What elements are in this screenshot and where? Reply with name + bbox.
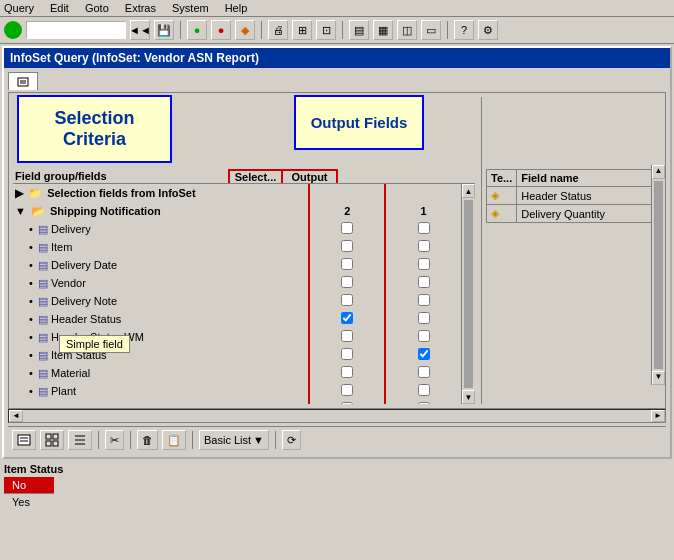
right-table: Te... Field name ◈ Header Status xyxy=(486,169,661,223)
expand-icon[interactable]: ▶ xyxy=(15,187,23,199)
select-checkbox[interactable] xyxy=(341,240,353,252)
btn-green[interactable]: ● xyxy=(187,20,207,40)
output-checkbox-cell xyxy=(385,292,461,310)
dropdown-arrow-icon: ▼ xyxy=(253,434,264,446)
output-checkbox[interactable] xyxy=(418,240,430,252)
table-row: ◈ Header Status xyxy=(487,187,661,205)
content-area: SelectionCriteria Output Fields Field gr… xyxy=(4,68,670,457)
btn9[interactable]: ◫ xyxy=(397,20,417,40)
menu-help[interactable]: Help xyxy=(225,2,248,14)
te-cell: ◈ xyxy=(487,187,517,205)
svg-rect-9 xyxy=(53,441,58,446)
select-checkbox[interactable] xyxy=(341,348,353,360)
bullet: • xyxy=(29,223,33,235)
refresh-btn[interactable]: ⟳ xyxy=(282,430,301,450)
basic-list-dropdown[interactable]: Basic List ▼ xyxy=(199,430,269,450)
select-checkbox[interactable] xyxy=(341,384,353,396)
select-checkbox[interactable] xyxy=(341,276,353,288)
output-checkbox[interactable] xyxy=(418,276,430,288)
output-checkbox-cell xyxy=(385,310,461,328)
select-checkbox[interactable] xyxy=(341,312,353,324)
btn-properties[interactable]: 📋 xyxy=(162,430,186,450)
btn-red2[interactable]: ◆ xyxy=(235,20,255,40)
btn7[interactable]: ▤ xyxy=(349,20,369,40)
output-checkbox[interactable] xyxy=(418,348,430,360)
output-checkbox[interactable] xyxy=(418,294,430,306)
select-checkbox[interactable] xyxy=(341,294,353,306)
btn-cut[interactable]: ✂ xyxy=(105,430,124,450)
btn-list3[interactable] xyxy=(68,430,92,450)
btn10[interactable]: ▭ xyxy=(421,20,441,40)
table-row: ▶ 📁 Selection fields from InfoSet xyxy=(13,184,461,202)
menu-extras[interactable]: Extras xyxy=(125,2,156,14)
scroll-up-btn[interactable]: ▲ xyxy=(462,184,475,198)
output-checkbox[interactable] xyxy=(418,402,430,404)
btn6[interactable]: ⊡ xyxy=(316,20,336,40)
select-checkbox[interactable] xyxy=(341,330,353,342)
scroll-thumb[interactable] xyxy=(464,200,473,388)
field-name: Plant xyxy=(51,385,76,397)
table-row: • ▤ Material xyxy=(13,364,461,382)
right-panel-content: Te... Field name ◈ Header Status xyxy=(486,169,661,223)
select-checkbox[interactable] xyxy=(341,402,353,404)
table-row: • ▤ Delivery xyxy=(13,220,461,238)
scroll-right-btn[interactable]: ► xyxy=(651,410,665,422)
sep8 xyxy=(275,431,276,449)
select-checkbox-cell xyxy=(309,310,385,328)
help-btn[interactable]: ? xyxy=(454,20,474,40)
output-checkbox[interactable] xyxy=(418,258,430,270)
select-checkbox[interactable] xyxy=(341,366,353,378)
select-checkbox-cell xyxy=(309,220,385,238)
command-input[interactable] xyxy=(26,21,126,39)
btn-list2[interactable] xyxy=(40,430,64,450)
svg-rect-8 xyxy=(46,441,51,446)
scroll-left-btn[interactable]: ◄ xyxy=(9,410,23,422)
right-scroll-down[interactable]: ▼ xyxy=(652,371,665,385)
status-label: Item Status xyxy=(4,463,670,475)
btn5[interactable]: ⊞ xyxy=(292,20,312,40)
bullet: • xyxy=(29,403,33,405)
menu-query[interactable]: Query xyxy=(4,2,34,14)
expand-icon[interactable]: ▼ xyxy=(15,205,26,217)
sep4 xyxy=(447,21,448,39)
field-name: Delivery Date xyxy=(51,259,117,271)
btn-list1[interactable] xyxy=(12,430,36,450)
btn-delete[interactable]: 🗑 xyxy=(137,430,158,450)
output-checkbox[interactable] xyxy=(418,222,430,234)
tab-1[interactable] xyxy=(8,72,38,90)
table-row: • ▤ Vendor Batch xyxy=(13,400,461,404)
bullet: • xyxy=(29,331,33,343)
nav-back-btn[interactable]: ◄◄ xyxy=(130,20,150,40)
menu-system[interactable]: System xyxy=(172,2,209,14)
scroll-down-btn[interactable]: ▼ xyxy=(462,390,475,404)
btn-red[interactable]: ● xyxy=(211,20,231,40)
settings-btn[interactable]: ⚙ xyxy=(478,20,498,40)
tooltip: Simple field xyxy=(59,335,130,353)
basic-list-label: Basic List xyxy=(204,434,251,446)
status-rows-2: Yes xyxy=(4,493,670,510)
select-count: 2 xyxy=(309,202,385,220)
output-checkbox[interactable] xyxy=(418,384,430,396)
menu-edit[interactable]: Edit xyxy=(50,2,69,14)
right-panel: Te... Field name ◈ Header Status xyxy=(481,97,661,404)
select-checkbox[interactable] xyxy=(341,222,353,234)
menu-goto[interactable]: Goto xyxy=(85,2,109,14)
select-cell xyxy=(309,184,385,202)
btn8[interactable]: ▦ xyxy=(373,20,393,40)
right-vscroll[interactable]: ▲ ▼ xyxy=(651,165,665,385)
output-checkbox[interactable] xyxy=(418,330,430,342)
right-scroll-up[interactable]: ▲ xyxy=(652,165,665,179)
print-btn[interactable]: 🖨 xyxy=(268,20,288,40)
hscroll-track xyxy=(23,410,651,422)
vertical-scrollbar[interactable]: ▲ ▼ xyxy=(461,184,475,404)
bullet: • xyxy=(29,295,33,307)
right-scroll-thumb[interactable] xyxy=(654,181,663,369)
col-select-header: Select... xyxy=(228,169,283,183)
output-checkbox[interactable] xyxy=(418,366,430,378)
select-checkbox[interactable] xyxy=(341,258,353,270)
horizontal-scrollbar[interactable]: ◄ ► xyxy=(8,409,666,423)
save-btn[interactable]: 💾 xyxy=(154,20,174,40)
output-checkbox[interactable] xyxy=(418,312,430,324)
col-field-header: Field group/fields xyxy=(13,169,228,183)
diamond-icon: ◈ xyxy=(491,207,499,219)
